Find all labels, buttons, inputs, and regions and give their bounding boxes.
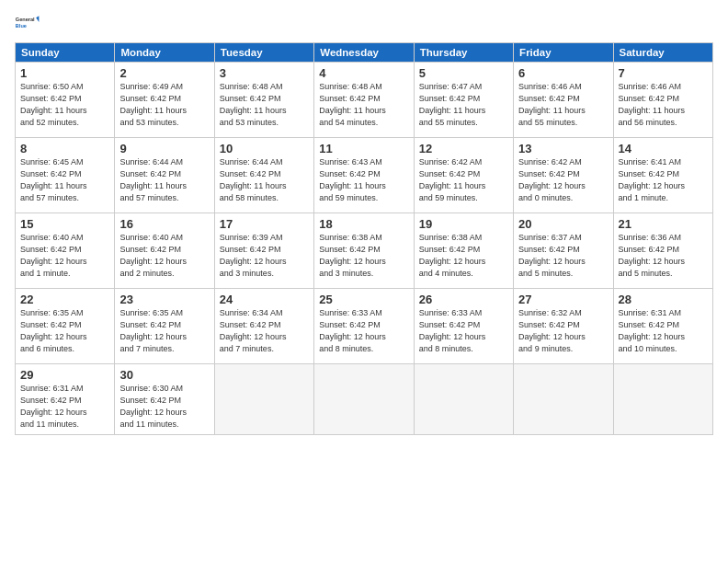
day-info: Sunrise: 6:33 AM Sunset: 6:42 PM Dayligh… xyxy=(319,307,408,355)
day-cell xyxy=(314,364,414,435)
day-cell: 5Sunrise: 6:47 AM Sunset: 6:42 PM Daylig… xyxy=(414,63,513,138)
day-number: 7 xyxy=(619,66,708,80)
week-row-4: 22Sunrise: 6:35 AM Sunset: 6:42 PM Dayli… xyxy=(16,289,713,364)
day-number: 14 xyxy=(619,142,708,155)
weekday-header-monday: Monday xyxy=(115,43,214,63)
weekday-header-wednesday: Wednesday xyxy=(314,43,414,63)
day-info: Sunrise: 6:42 AM Sunset: 6:42 PM Dayligh… xyxy=(419,156,508,204)
logo: GeneralBlue xyxy=(15,9,40,35)
svg-marker-2 xyxy=(36,16,39,22)
day-cell: 26Sunrise: 6:33 AM Sunset: 6:42 PM Dayli… xyxy=(414,289,513,364)
day-cell xyxy=(214,364,313,435)
day-number: 10 xyxy=(220,142,309,155)
svg-text:General: General xyxy=(16,17,35,22)
day-cell: 10Sunrise: 6:44 AM Sunset: 6:42 PM Dayli… xyxy=(214,138,313,213)
day-info: Sunrise: 6:46 AM Sunset: 6:42 PM Dayligh… xyxy=(518,81,608,129)
day-number: 12 xyxy=(419,142,508,155)
day-info: Sunrise: 6:36 AM Sunset: 6:42 PM Dayligh… xyxy=(619,232,708,280)
page: GeneralBlue SundayMondayTuesdayWednesday… xyxy=(0,0,728,563)
logo-icon: GeneralBlue xyxy=(15,9,40,35)
day-cell: 27Sunrise: 6:32 AM Sunset: 6:42 PM Dayli… xyxy=(514,289,613,364)
week-row-3: 15Sunrise: 6:40 AM Sunset: 6:42 PM Dayli… xyxy=(16,213,713,289)
day-number: 23 xyxy=(119,293,209,306)
day-cell xyxy=(514,364,613,435)
day-cell: 7Sunrise: 6:46 AM Sunset: 6:42 PM Daylig… xyxy=(613,63,712,138)
day-cell: 19Sunrise: 6:38 AM Sunset: 6:42 PM Dayli… xyxy=(414,213,513,289)
day-info: Sunrise: 6:44 AM Sunset: 6:42 PM Dayligh… xyxy=(220,156,309,204)
day-number: 19 xyxy=(419,217,508,231)
day-cell: 6Sunrise: 6:46 AM Sunset: 6:42 PM Daylig… xyxy=(514,63,613,138)
day-cell: 22Sunrise: 6:35 AM Sunset: 6:42 PM Dayli… xyxy=(16,289,115,364)
day-info: Sunrise: 6:41 AM Sunset: 6:42 PM Dayligh… xyxy=(619,156,708,204)
day-cell: 3Sunrise: 6:48 AM Sunset: 6:42 PM Daylig… xyxy=(214,63,313,138)
day-info: Sunrise: 6:32 AM Sunset: 6:42 PM Dayligh… xyxy=(518,307,608,355)
weekday-header-sunday: Sunday xyxy=(16,43,115,63)
header: GeneralBlue xyxy=(15,9,713,35)
weekday-header-thursday: Thursday xyxy=(414,43,513,63)
day-number: 8 xyxy=(20,142,109,155)
day-number: 26 xyxy=(419,293,508,306)
weekday-header-tuesday: Tuesday xyxy=(214,43,313,63)
day-cell: 28Sunrise: 6:31 AM Sunset: 6:42 PM Dayli… xyxy=(613,289,712,364)
day-cell xyxy=(613,364,712,435)
day-info: Sunrise: 6:31 AM Sunset: 6:42 PM Dayligh… xyxy=(20,383,109,431)
day-cell: 24Sunrise: 6:34 AM Sunset: 6:42 PM Dayli… xyxy=(214,289,313,364)
day-number: 4 xyxy=(319,66,408,80)
day-info: Sunrise: 6:37 AM Sunset: 6:42 PM Dayligh… xyxy=(518,232,608,280)
day-number: 25 xyxy=(319,293,408,306)
day-number: 30 xyxy=(119,368,209,382)
day-cell xyxy=(414,364,513,435)
day-info: Sunrise: 6:47 AM Sunset: 6:42 PM Dayligh… xyxy=(419,81,508,129)
day-number: 17 xyxy=(220,217,309,231)
day-info: Sunrise: 6:40 AM Sunset: 6:42 PM Dayligh… xyxy=(20,232,109,280)
day-info: Sunrise: 6:33 AM Sunset: 6:42 PM Dayligh… xyxy=(419,307,508,355)
day-number: 24 xyxy=(220,293,309,306)
day-number: 27 xyxy=(518,293,608,306)
day-cell: 30Sunrise: 6:30 AM Sunset: 6:42 PM Dayli… xyxy=(115,364,214,435)
day-info: Sunrise: 6:31 AM Sunset: 6:42 PM Dayligh… xyxy=(619,307,708,355)
day-number: 6 xyxy=(518,66,608,80)
day-info: Sunrise: 6:38 AM Sunset: 6:42 PM Dayligh… xyxy=(419,232,508,280)
day-info: Sunrise: 6:42 AM Sunset: 6:42 PM Dayligh… xyxy=(518,156,608,204)
day-info: Sunrise: 6:30 AM Sunset: 6:42 PM Dayligh… xyxy=(119,383,209,431)
day-number: 2 xyxy=(119,66,209,80)
weekday-header-saturday: Saturday xyxy=(613,43,712,63)
day-info: Sunrise: 6:38 AM Sunset: 6:42 PM Dayligh… xyxy=(319,232,408,280)
day-info: Sunrise: 6:46 AM Sunset: 6:42 PM Dayligh… xyxy=(619,81,708,129)
day-info: Sunrise: 6:50 AM Sunset: 6:42 PM Dayligh… xyxy=(20,81,109,129)
day-number: 22 xyxy=(20,293,109,306)
day-number: 11 xyxy=(319,142,408,155)
day-cell: 21Sunrise: 6:36 AM Sunset: 6:42 PM Dayli… xyxy=(613,213,712,289)
day-number: 9 xyxy=(119,142,209,155)
day-cell: 9Sunrise: 6:44 AM Sunset: 6:42 PM Daylig… xyxy=(115,138,214,213)
day-number: 15 xyxy=(20,217,109,231)
day-cell: 13Sunrise: 6:42 AM Sunset: 6:42 PM Dayli… xyxy=(514,138,613,213)
weekday-header-row: SundayMondayTuesdayWednesdayThursdayFrid… xyxy=(16,43,713,63)
day-number: 3 xyxy=(220,66,309,80)
week-row-2: 8Sunrise: 6:45 AM Sunset: 6:42 PM Daylig… xyxy=(16,138,713,213)
day-cell: 1Sunrise: 6:50 AM Sunset: 6:42 PM Daylig… xyxy=(16,63,115,138)
day-info: Sunrise: 6:35 AM Sunset: 6:42 PM Dayligh… xyxy=(20,307,109,355)
day-info: Sunrise: 6:48 AM Sunset: 6:42 PM Dayligh… xyxy=(319,81,408,129)
day-cell: 12Sunrise: 6:42 AM Sunset: 6:42 PM Dayli… xyxy=(414,138,513,213)
day-cell: 29Sunrise: 6:31 AM Sunset: 6:42 PM Dayli… xyxy=(16,364,115,435)
day-info: Sunrise: 6:39 AM Sunset: 6:42 PM Dayligh… xyxy=(220,232,309,280)
day-cell: 20Sunrise: 6:37 AM Sunset: 6:42 PM Dayli… xyxy=(514,213,613,289)
day-cell: 18Sunrise: 6:38 AM Sunset: 6:42 PM Dayli… xyxy=(314,213,414,289)
day-cell: 2Sunrise: 6:49 AM Sunset: 6:42 PM Daylig… xyxy=(115,63,214,138)
day-cell: 14Sunrise: 6:41 AM Sunset: 6:42 PM Dayli… xyxy=(613,138,712,213)
calendar: SundayMondayTuesdayWednesdayThursdayFrid… xyxy=(15,42,713,435)
day-number: 21 xyxy=(619,217,708,231)
day-number: 28 xyxy=(619,293,708,306)
day-cell: 17Sunrise: 6:39 AM Sunset: 6:42 PM Dayli… xyxy=(214,213,313,289)
day-cell: 23Sunrise: 6:35 AM Sunset: 6:42 PM Dayli… xyxy=(115,289,214,364)
day-cell: 11Sunrise: 6:43 AM Sunset: 6:42 PM Dayli… xyxy=(314,138,414,213)
day-cell: 16Sunrise: 6:40 AM Sunset: 6:42 PM Dayli… xyxy=(115,213,214,289)
day-number: 18 xyxy=(319,217,408,231)
day-info: Sunrise: 6:49 AM Sunset: 6:42 PM Dayligh… xyxy=(119,81,209,129)
day-number: 16 xyxy=(119,217,209,231)
day-info: Sunrise: 6:40 AM Sunset: 6:42 PM Dayligh… xyxy=(119,232,209,280)
day-number: 5 xyxy=(419,66,508,80)
day-cell: 4Sunrise: 6:48 AM Sunset: 6:42 PM Daylig… xyxy=(314,63,414,138)
day-cell: 25Sunrise: 6:33 AM Sunset: 6:42 PM Dayli… xyxy=(314,289,414,364)
